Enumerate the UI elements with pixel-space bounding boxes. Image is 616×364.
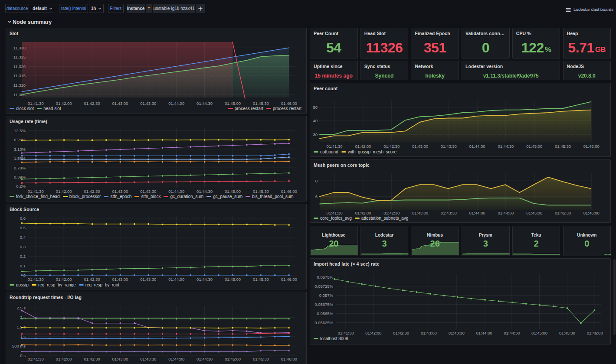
svg-text:01:42:30: 01:42:30: [84, 277, 100, 282]
svg-text:0.39%: 0.39%: [14, 175, 26, 179]
svg-text:01:42:30: 01:42:30: [383, 144, 400, 149]
svg-text:01:43:30: 01:43:30: [140, 101, 156, 106]
svg-text:01:43:00: 01:43:00: [112, 101, 128, 106]
svg-text:01:46:00: 01:46:00: [281, 189, 297, 194]
svg-text:2 s: 2 s: [20, 315, 26, 320]
svg-text:01:45:30: 01:45:30: [253, 189, 269, 194]
svg-text:01:42:30: 01:42:30: [84, 189, 100, 194]
svg-text:01:44:30: 01:44:30: [498, 144, 514, 149]
svg-text:01:45:30: 01:45:30: [555, 211, 571, 215]
svg-text:01:44:00: 01:44:00: [168, 101, 184, 106]
svg-text:01:43:00: 01:43:00: [412, 144, 428, 149]
svg-text:2.5 s: 2.5 s: [16, 306, 26, 310]
svg-text:30: 30: [313, 132, 318, 137]
svg-text:01:46:00: 01:46:00: [587, 331, 603, 335]
svg-text:1.56%: 1.56%: [14, 156, 26, 161]
svg-text:01:45:30: 01:45:30: [559, 331, 575, 335]
svg-text:3.13%: 3.13%: [14, 147, 26, 152]
svg-text:01:42:00: 01:42:00: [355, 144, 371, 149]
svg-text:0.1: 0.1: [20, 263, 26, 268]
svg-text:01:42:00: 01:42:00: [56, 277, 72, 282]
svg-text:01:41:30: 01:41:30: [28, 189, 44, 194]
svg-text:01:44:30: 01:44:30: [197, 101, 213, 106]
svg-text:01:45:30: 01:45:30: [253, 277, 269, 282]
svg-text:0.2%: 0.2%: [16, 184, 26, 188]
svg-text:01:43:30: 01:43:30: [441, 211, 457, 215]
svg-text:01:43:00: 01:43:00: [412, 211, 428, 215]
svg-text:0.3: 0.3: [20, 244, 26, 249]
svg-text:01:44:30: 01:44:30: [197, 357, 213, 361]
svg-text:0.05675%: 0.05675%: [315, 302, 333, 307]
svg-text:01:43:30: 01:43:30: [140, 357, 156, 361]
svg-text:12.5%: 12.5%: [14, 128, 26, 133]
svg-text:01:43:00: 01:43:00: [421, 331, 437, 335]
svg-text:01:42:30: 01:42:30: [393, 331, 409, 335]
svg-text:0.78%: 0.78%: [14, 166, 26, 170]
svg-text:01:44:00: 01:44:00: [168, 277, 184, 282]
svg-text:01:42:00: 01:42:00: [56, 189, 72, 194]
svg-text:01:45:00: 01:45:00: [225, 277, 241, 282]
svg-text:01:45:00: 01:45:00: [225, 101, 241, 106]
svg-text:01:41:30: 01:41:30: [327, 144, 343, 149]
svg-text:01:46:00: 01:46:00: [281, 277, 297, 282]
svg-text:01:42:30: 01:42:30: [84, 101, 100, 106]
svg-text:01:42:00: 01:42:00: [56, 101, 72, 106]
svg-text:1 s: 1 s: [20, 334, 26, 339]
svg-text:01:41:30: 01:41:30: [28, 357, 44, 361]
svg-text:0.2: 0.2: [20, 254, 26, 259]
svg-text:01:42:00: 01:42:00: [365, 331, 381, 335]
svg-text:01:45:30: 01:45:30: [555, 144, 571, 149]
svg-text:01:41:30: 01:41:30: [28, 277, 44, 282]
svg-text:0.057%: 0.057%: [319, 293, 334, 298]
svg-text:6: 6: [315, 194, 318, 199]
svg-text:01:43:00: 01:43:00: [112, 277, 128, 282]
svg-text:40: 40: [313, 118, 318, 123]
svg-text:01:45:30: 01:45:30: [253, 357, 269, 361]
svg-text:0.0575%: 0.0575%: [317, 275, 333, 280]
svg-text:01:46:00: 01:46:00: [583, 211, 600, 215]
svg-text:01:44:00: 01:44:00: [469, 211, 485, 215]
svg-text:01:45:00: 01:45:00: [531, 331, 547, 335]
svg-text:01:45:00: 01:45:00: [225, 357, 241, 361]
svg-text:1.5 s: 1.5 s: [16, 325, 26, 329]
svg-text:0.05725%: 0.05725%: [315, 284, 333, 289]
svg-text:01:42:00: 01:42:00: [355, 211, 371, 215]
svg-text:0.6: 0.6: [20, 216, 26, 221]
svg-text:0.0565%: 0.0565%: [317, 311, 333, 316]
svg-text:0.5: 0.5: [20, 225, 26, 230]
svg-text:01:41:30: 01:41:30: [338, 331, 354, 335]
svg-text:01:45:00: 01:45:00: [526, 211, 542, 215]
svg-text:01:44:30: 01:44:30: [197, 277, 213, 282]
svg-text:0.4: 0.4: [20, 235, 26, 240]
svg-text:01:44:30: 01:44:30: [504, 331, 520, 335]
svg-text:01:43:30: 01:43:30: [441, 144, 457, 149]
svg-text:01:45:30: 01:45:30: [253, 101, 269, 106]
svg-text:01:45:00: 01:45:00: [225, 189, 241, 194]
svg-text:0.05625%: 0.05625%: [315, 320, 333, 325]
svg-text:01:41:30: 01:41:30: [28, 101, 44, 106]
svg-text:01:44:00: 01:44:00: [469, 144, 485, 149]
svg-text:01:44:30: 01:44:30: [498, 211, 514, 215]
svg-text:01:46:00: 01:46:00: [583, 144, 600, 149]
svg-text:6.25%: 6.25%: [14, 137, 26, 142]
svg-text:01:44:00: 01:44:00: [168, 189, 184, 194]
svg-text:01:43:30: 01:43:30: [140, 277, 156, 282]
svg-text:8: 8: [315, 179, 318, 183]
svg-text:01:44:00: 01:44:00: [168, 357, 184, 361]
svg-text:500 ms: 500 ms: [12, 344, 26, 348]
svg-text:50: 50: [313, 105, 318, 110]
svg-text:01:43:30: 01:43:30: [449, 331, 465, 335]
svg-text:01:46:00: 01:46:00: [281, 101, 297, 106]
svg-text:01:42:30: 01:42:30: [84, 357, 100, 361]
svg-text:01:44:30: 01:44:30: [197, 189, 213, 194]
svg-text:01:41:30: 01:41:30: [327, 211, 343, 215]
svg-text:01:43:30: 01:43:30: [140, 189, 156, 194]
svg-text:01:43:00: 01:43:00: [112, 357, 128, 361]
svg-text:01:42:00: 01:42:00: [56, 357, 72, 361]
svg-text:01:44:00: 01:44:00: [476, 331, 492, 335]
svg-text:0 s: 0 s: [20, 353, 26, 358]
svg-text:01:42:30: 01:42:30: [383, 211, 400, 215]
svg-text:01:43:00: 01:43:00: [112, 189, 128, 194]
svg-text:01:45:00: 01:45:00: [526, 144, 542, 149]
svg-text:01:46:00: 01:46:00: [281, 357, 297, 361]
